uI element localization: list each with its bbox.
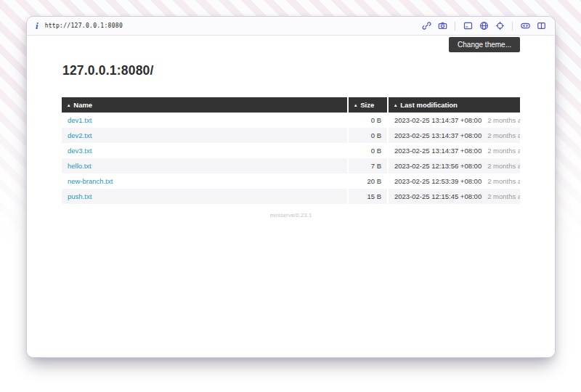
table-row: new-branch.txt20 B2023-02-25 12:53:39 +0… (62, 173, 520, 189)
sort-asc-icon: ▴ (394, 102, 397, 107)
target-icon[interactable] (495, 21, 505, 31)
file-age: 2 months ago (487, 147, 520, 155)
file-size: 0 B (348, 113, 388, 128)
file-modification-cell: 2023-02-25 12:53:39 +08:002 months ago (388, 173, 520, 189)
footer-version: miniserve/0.23.1 (62, 212, 520, 219)
file-link[interactable]: dev3.txt (68, 147, 92, 155)
url-text[interactable]: http://127.0.0.1:8080 (45, 23, 123, 29)
file-age: 2 months ago (487, 131, 520, 139)
file-name-cell: dev2.txt (62, 128, 348, 143)
toolbar-icons (421, 21, 546, 31)
file-table: ▴Name ▴Size ▴Last modification dev1.txt0… (62, 97, 520, 204)
table-header-row: ▴Name ▴Size ▴Last modification (62, 97, 520, 113)
table-row: hello.txt7 B2023-02-25 12:13:56 +08:002 … (62, 158, 520, 173)
file-age: 2 months ago (487, 162, 520, 170)
header-last-modification[interactable]: ▴Last modification (388, 97, 520, 113)
file-modification-cell: 2023-02-25 13:14:37 +08:002 months ago (388, 113, 520, 128)
sort-asc-icon: ▴ (68, 102, 70, 107)
file-date: 2023-02-25 12:53:39 +08:00 (394, 177, 482, 185)
file-date: 2023-02-25 12:15:45 +08:00 (394, 192, 482, 200)
file-link[interactable]: hello.txt (68, 162, 92, 170)
file-name-cell: dev3.txt (62, 143, 348, 158)
file-age: 2 months ago (487, 177, 520, 185)
file-size: 7 B (348, 158, 388, 173)
globe-icon[interactable] (479, 21, 489, 31)
file-size: 15 B (348, 189, 388, 204)
table-row: dev3.txt0 B2023-02-25 13:14:37 +08:002 m… (62, 143, 520, 158)
file-name-cell: hello.txt (62, 158, 348, 173)
file-age: 2 months ago (487, 192, 520, 200)
file-date: 2023-02-25 13:14:37 +08:00 (394, 147, 482, 155)
terminal-window-icon[interactable] (463, 21, 473, 31)
toolbar: i http://127.0.0.1:8080 (27, 17, 555, 36)
file-age: 2 months ago (487, 116, 520, 124)
toolbar-separator (455, 22, 455, 30)
file-date: 2023-02-25 12:13:56 +08:00 (394, 162, 482, 170)
info-icon: i (36, 21, 38, 30)
change-theme-button[interactable]: Change theme... (449, 37, 520, 52)
browser-window: i http://127.0.0.1:8080 Change theme... … (26, 16, 556, 358)
file-name-cell: dev1.txt (62, 113, 348, 128)
file-modification-cell: 2023-02-25 13:14:37 +08:002 months ago (388, 143, 520, 158)
file-modification-cell: 2023-02-25 12:13:56 +08:002 months ago (388, 158, 520, 173)
file-link[interactable]: dev1.txt (68, 116, 92, 124)
table-row: dev2.txt0 B2023-02-25 13:14:37 +08:002 m… (62, 128, 520, 143)
file-size: 0 B (348, 143, 388, 158)
file-size: 0 B (348, 128, 388, 143)
header-name[interactable]: ▴Name (62, 97, 348, 113)
camera-icon[interactable] (437, 21, 447, 31)
page-title: 127.0.0.1:8080/ (62, 63, 520, 78)
theme-row: Change theme... (62, 37, 520, 52)
file-modification-cell: 2023-02-25 13:14:37 +08:002 months ago (388, 128, 520, 143)
file-name-cell: new-branch.txt (62, 173, 348, 189)
file-link[interactable]: push.txt (68, 192, 92, 200)
table-row: dev1.txt0 B2023-02-25 13:14:37 +08:002 m… (62, 113, 520, 128)
page-content: Change theme... 127.0.0.1:8080/ ▴Name ▴S… (27, 36, 555, 357)
file-modification-cell: 2023-02-25 12:15:45 +08:002 months ago (388, 189, 520, 204)
file-date: 2023-02-25 13:14:37 +08:00 (394, 131, 482, 139)
sort-asc-icon: ▴ (354, 102, 357, 107)
file-size: 20 B (348, 173, 388, 189)
code-pill-icon[interactable] (520, 21, 530, 31)
header-size[interactable]: ▴Size (348, 97, 388, 113)
file-link[interactable]: dev2.txt (68, 131, 92, 139)
split-columns-icon[interactable] (536, 21, 546, 31)
file-name-cell: push.txt (62, 189, 348, 204)
table-row: push.txt15 B2023-02-25 12:15:45 +08:002 … (62, 189, 520, 204)
file-date: 2023-02-25 13:14:37 +08:00 (394, 116, 482, 124)
content-container: Change theme... 127.0.0.1:8080/ ▴Name ▴S… (62, 37, 520, 219)
file-link[interactable]: new-branch.txt (68, 177, 113, 185)
toolbar-separator (512, 22, 513, 30)
link-icon[interactable] (421, 21, 431, 31)
